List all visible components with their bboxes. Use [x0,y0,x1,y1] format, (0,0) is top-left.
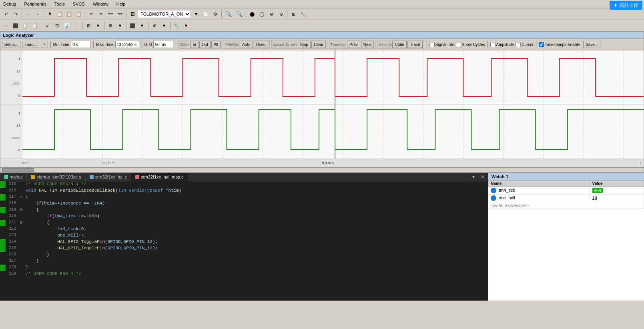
tb2-dropdown-arrow[interactable]: ▼ [94,21,102,30]
tb2-btn-8[interactable]: · [72,21,80,30]
h-scroll[interactable] [0,167,644,172]
tb2-btn-4[interactable]: 📋 [30,21,39,30]
tb2-btn-1[interactable]: → [2,21,10,30]
la-zoom-all[interactable]: All [211,41,221,48]
la-zoom-out[interactable]: Out [199,41,211,48]
tab-startup[interactable]: startup_stm32f103xe.s [27,173,85,181]
line-code-218: if(htim->Instance == TIM4) [24,201,488,207]
watch-row-enter[interactable]: <Enter expression> [488,202,644,209]
la-trace-btn[interactable]: Trace [407,41,422,48]
tb-btn-3[interactable]: ⚑ [46,10,54,18]
tab-hal-msp[interactable]: stm32f1xx_hal_msp.c [131,173,188,181]
tb2-dropdown-arrow2[interactable]: ▼ [116,21,124,30]
la-cursor-check[interactable]: Cursor [516,42,534,47]
la-amplitude-check[interactable]: Amplitude [490,42,514,47]
tb-btn-4[interactable]: 📋 [55,10,64,18]
upload-button[interactable]: ⬆ 拓扑上传 [610,1,642,10]
undo-button[interactable]: ↶ [2,10,10,18]
la-update-label: Update Screen [273,42,297,46]
tb2-dropdown-arrow5[interactable]: ▼ [182,21,191,30]
tb2-dropdown-arrow4[interactable]: ▼ [160,21,169,30]
signal-dropdown[interactable]: FOLDMOTOR_A_ON [138,10,191,18]
tb-btn-zoom[interactable]: 🔍 [223,10,233,18]
la-signal-info-check[interactable]: Signal Info [429,42,454,47]
tab-dropdown-btn[interactable]: ▼ [469,173,477,181]
watch-name-tm4: tm4_tick [488,187,590,195]
tb-btn-13[interactable]: 📄 [201,10,210,18]
tb2-btn-11[interactable]: ⬛ [128,21,137,30]
signal-canvas[interactable] [22,50,644,158]
la-save-btn[interactable]: Save... [583,41,600,48]
tb-btn-grid[interactable]: ⊞ [289,10,298,18]
tb-btn-settings[interactable]: ⊕ [277,10,285,18]
tb2-dropdown-arrow3[interactable]: ▼ [138,21,146,30]
la-maxtime-input[interactable] [115,41,139,48]
tb-btn-circle[interactable]: ⬤ [248,10,257,18]
la-help-btn[interactable]: ? [41,41,48,48]
line-fold-224 [18,239,24,245]
la-timestamps-check[interactable]: Timestamps Enable [539,42,580,47]
la-signal-info-checkbox[interactable] [429,42,435,47]
tb-btn-12[interactable]: ▼ [192,10,201,18]
tb2-btn-5[interactable]: ≡ [43,21,52,30]
tab-hal[interactable]: stm32f1xx_hal.c [86,173,131,181]
menu-peripherals[interactable]: Peripherals [22,1,48,7]
tb-btn-14[interactable]: ⚙ [211,10,220,18]
menu-svcs[interactable]: SVCS [71,1,86,7]
code-content[interactable]: 215 /* USER CODE BEGIN 4 */ 216 void HAL… [0,181,488,301]
tb2-btn-3[interactable]: 📋 [21,21,30,30]
menu-help[interactable]: Help [115,1,127,7]
la-amplitude-checkbox[interactable] [490,42,496,47]
la-clear-btn[interactable]: Clear [311,41,326,48]
la-prev-btn[interactable]: Prev [347,41,360,48]
la-timestamps-checkbox[interactable] [539,42,544,47]
tb-btn-7[interactable]: ≡ [87,10,96,18]
watch-value-tm4[interactable]: 969 [590,187,644,195]
line-fold-226 [18,252,24,258]
menu-window[interactable]: Window [91,1,110,7]
tb-btn-6[interactable]: 📋 [74,10,83,18]
tb2-btn-13[interactable]: 🔧 [172,21,181,30]
la-next-btn[interactable]: Next [361,41,374,48]
tb-btn-8[interactable]: ≡ [96,10,105,18]
tb-btn-wrench[interactable]: 🔧 [299,10,307,18]
la-setup-btn[interactable]: Setup... [2,41,20,48]
tb-btn-10[interactable]: ≡≡ [116,10,124,18]
tb-btn-9[interactable]: ≡≡ [106,10,115,18]
la-code-btn[interactable]: Code [392,41,407,48]
menu-tools[interactable]: Tools [53,1,66,7]
la-show-cycles-check[interactable]: Show Cycles [456,42,485,47]
menu-debug[interactable]: Debug [2,1,18,7]
watch-enter-expr[interactable]: <Enter expression> [488,202,644,209]
back-button[interactable]: ← [24,10,32,18]
tb2-btn-2[interactable]: ⬛ [11,21,20,30]
la-load-btn[interactable]: Load... [22,41,39,48]
la-show-cycles-checkbox[interactable] [456,42,461,47]
sep3 [85,10,85,18]
line-gutter-228 [0,265,6,271]
tb-btn-5[interactable]: 📋 [65,10,74,18]
la-zoom-in[interactable]: In [190,41,198,48]
la-cursor-checkbox[interactable] [516,42,521,47]
la-stop-btn[interactable]: Stop [298,41,311,48]
tb-btn-11[interactable]: 🖼 [128,10,137,18]
tb2-btn-6[interactable]: ⊞ [52,21,61,30]
tb2-btn-10[interactable]: ⚙ [106,21,115,30]
la-maxtime-label: Max Time [96,42,113,47]
tb2-btn-9[interactable]: ⊞ [84,21,93,30]
la-undo-btn[interactable]: Undo [254,41,268,48]
tb-btn-zoom2[interactable]: 🔍 [234,10,244,18]
tb-btn-cross[interactable]: ⊗ [267,10,276,18]
forward-button[interactable]: → [33,10,42,18]
tb2-btn-7[interactable]: 📊 [62,21,71,30]
la-grid-input[interactable] [153,41,173,48]
tb2-btn-12[interactable]: ⊕ [150,21,159,30]
la-mintime-input[interactable] [71,41,91,48]
tab-main[interactable]: main.c [0,173,27,181]
redo-button[interactable]: ↷ [11,10,20,18]
la-auto-btn[interactable]: Auto [240,41,253,48]
h-scroll-thumb[interactable] [2,168,34,172]
tb-btn-circle2[interactable]: ◯ [257,10,266,18]
toolbar1: ↶ ↷ ← → ⚑ 📋 📋 📋 ≡ ≡ ≡≡ ≡≡ 🖼 FOLDMOTOR_A_… [0,8,644,20]
tab-close-btn[interactable]: ✕ [479,173,486,181]
